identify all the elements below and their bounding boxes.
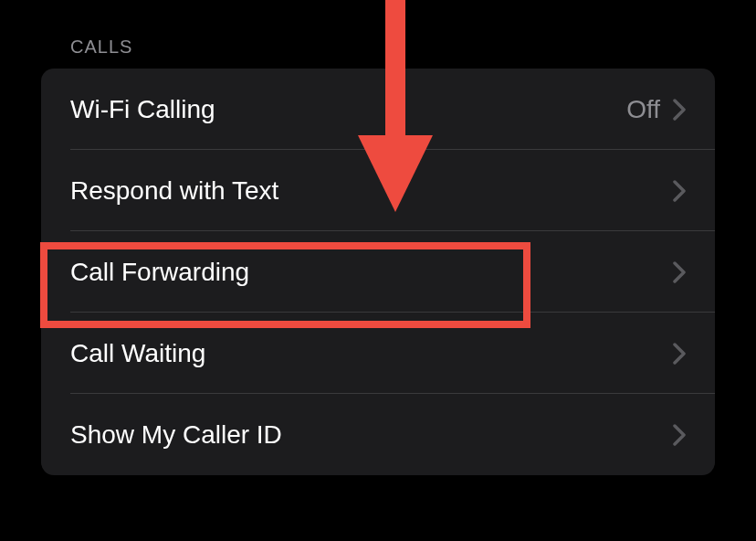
calls-list: Wi-Fi Calling Off Respond with Text Call… bbox=[41, 69, 715, 475]
row-label: Call Waiting bbox=[70, 339, 673, 368]
row-respond-with-text[interactable]: Respond with Text bbox=[41, 150, 715, 231]
row-label: Respond with Text bbox=[70, 176, 673, 206]
chevron-right-icon bbox=[673, 99, 686, 121]
row-label: Show My Caller ID bbox=[70, 420, 673, 450]
row-wifi-calling[interactable]: Wi-Fi Calling Off bbox=[41, 69, 715, 150]
row-call-forwarding[interactable]: Call Forwarding bbox=[41, 231, 715, 313]
row-label: Wi-Fi Calling bbox=[70, 95, 626, 124]
chevron-right-icon bbox=[673, 180, 686, 202]
row-label: Call Forwarding bbox=[70, 258, 673, 287]
chevron-right-icon bbox=[673, 343, 686, 365]
row-call-waiting[interactable]: Call Waiting bbox=[41, 313, 715, 394]
chevron-right-icon bbox=[673, 261, 686, 283]
section-header-calls: CALLS bbox=[70, 37, 715, 58]
row-value: Off bbox=[626, 95, 660, 124]
chevron-right-icon bbox=[673, 424, 686, 446]
row-show-my-caller-id[interactable]: Show My Caller ID bbox=[41, 394, 715, 475]
